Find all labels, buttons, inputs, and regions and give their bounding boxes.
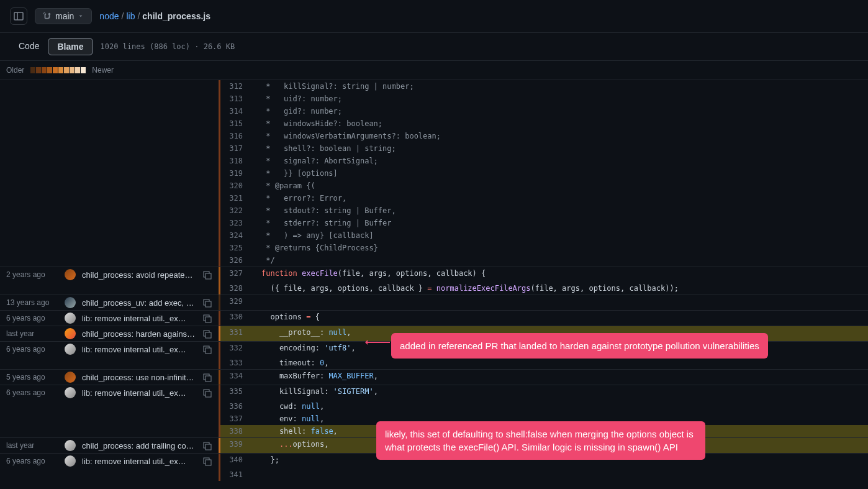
- versions-icon[interactable]: [202, 441, 212, 450]
- line-number[interactable]: 329: [220, 295, 251, 310]
- avatar[interactable]: [65, 372, 76, 383]
- commit-age: 6 years ago: [6, 457, 58, 465]
- versions-icon[interactable]: [202, 313, 212, 323]
- blame-row: 322 * stdout?: string | Buffer,: [0, 204, 868, 217]
- commit-message[interactable]: child_process: avoid repeated…: [82, 270, 196, 280]
- line-number[interactable]: 333: [220, 357, 251, 369]
- code-line[interactable]: * shell?: boolean | string;: [251, 142, 868, 155]
- commit-message[interactable]: child_process_uv: add exec, fi…: [82, 298, 196, 308]
- line-number[interactable]: 320: [220, 180, 251, 192]
- line-number[interactable]: 314: [220, 105, 251, 117]
- commit-message[interactable]: lib: remove internal util._ex…: [82, 345, 196, 354]
- avatar[interactable]: [65, 440, 76, 451]
- blame-row: 321 * error?: Error,: [0, 192, 868, 204]
- line-number[interactable]: 313: [220, 93, 251, 105]
- line-number[interactable]: 322: [220, 204, 251, 217]
- line-number[interactable]: 338: [220, 425, 251, 437]
- code-line[interactable]: options = {: [251, 311, 868, 326]
- versions-icon[interactable]: [202, 270, 212, 280]
- code-line[interactable]: killSignal: 'SIGTERM',: [251, 385, 868, 400]
- code-line[interactable]: * stdout?: string | Buffer,: [251, 204, 868, 217]
- line-number[interactable]: 325: [220, 242, 251, 254]
- code-line[interactable]: * }} [options]: [251, 167, 868, 180]
- svg-rect-17: [206, 444, 211, 450]
- code-line[interactable]: * @param {(: [251, 180, 868, 192]
- blame-area: 312 * killSignal?: string | number;313 *…: [0, 80, 868, 481]
- blame-row: 319 * }} [options]: [0, 167, 868, 180]
- annotation-bottom: likely, this set of defaulting to shell:…: [376, 421, 705, 460]
- code-line[interactable]: * error?: Error,: [251, 192, 868, 204]
- legend-older: Older: [6, 66, 24, 75]
- line-number[interactable]: 332: [220, 342, 251, 357]
- code-line[interactable]: * stderr?: string | Buffer: [251, 217, 868, 229]
- commit-message[interactable]: child_process: harden against…: [82, 329, 196, 339]
- line-number[interactable]: 330: [220, 311, 251, 326]
- line-number[interactable]: 336: [220, 400, 251, 413]
- code-line[interactable]: * ) => any} [callback]: [251, 229, 868, 242]
- blame-row: 313 * uid?: number;: [0, 93, 868, 105]
- code-line[interactable]: timeout: 0,: [251, 357, 868, 369]
- commit-message[interactable]: lib: remove internal util._ex…: [82, 314, 196, 323]
- versions-icon[interactable]: [202, 344, 212, 354]
- avatar[interactable]: [65, 344, 76, 355]
- line-number[interactable]: 319: [220, 167, 251, 180]
- line-number[interactable]: 340: [220, 454, 251, 468]
- commit-message[interactable]: child_process: add trailing co…: [82, 441, 196, 450]
- code-line[interactable]: cwd: null,: [251, 400, 868, 413]
- code-line[interactable]: * windowsHide?: boolean;: [251, 117, 868, 130]
- line-number[interactable]: 315: [220, 117, 251, 130]
- sidebar-toggle-icon[interactable]: [10, 7, 27, 25]
- avatar[interactable]: [65, 328, 76, 339]
- code-line[interactable]: * killSignal?: string | number;: [251, 80, 868, 93]
- code-line[interactable]: [251, 295, 868, 310]
- code-line[interactable]: maxBuffer: MAX_BUFFER,: [251, 370, 868, 385]
- line-number[interactable]: 316: [220, 130, 251, 142]
- line-number[interactable]: 321: [220, 192, 251, 204]
- code-line[interactable]: */: [251, 254, 868, 267]
- versions-icon[interactable]: [202, 372, 212, 382]
- avatar[interactable]: [65, 269, 76, 280]
- blame-row: 326 */: [0, 254, 868, 267]
- commit-message[interactable]: lib: remove internal util._ex…: [82, 388, 196, 398]
- code-line[interactable]: * @returns {ChildProcess}: [251, 242, 868, 254]
- line-number[interactable]: 328: [220, 282, 251, 295]
- line-number[interactable]: 341: [220, 468, 251, 481]
- code-line[interactable]: function execFile(file, args, options, c…: [251, 267, 868, 282]
- line-number[interactable]: 317: [220, 142, 251, 155]
- versions-icon[interactable]: [202, 456, 212, 466]
- commit-age: 6 years ago: [6, 314, 58, 322]
- avatar[interactable]: [65, 387, 76, 398]
- code-line[interactable]: * uid?: number;: [251, 93, 868, 105]
- avatar[interactable]: [65, 313, 76, 324]
- code-line[interactable]: * gid?: number;: [251, 105, 868, 117]
- line-number[interactable]: 312: [220, 80, 251, 93]
- avatar[interactable]: [65, 455, 76, 467]
- line-number[interactable]: 331: [220, 326, 251, 341]
- breadcrumb-root[interactable]: node: [99, 11, 119, 21]
- breadcrumb-folder[interactable]: lib: [126, 11, 135, 21]
- tab-code[interactable]: Code: [10, 38, 48, 55]
- code-line[interactable]: [251, 468, 868, 481]
- commit-message[interactable]: child_process: use non-infinit…: [82, 373, 196, 382]
- line-number[interactable]: 335: [220, 385, 251, 400]
- avatar[interactable]: [65, 297, 76, 308]
- versions-icon[interactable]: [202, 329, 212, 339]
- line-number[interactable]: 323: [220, 217, 251, 229]
- versions-icon[interactable]: [202, 298, 212, 308]
- tab-blame[interactable]: Blame: [48, 38, 93, 55]
- line-number[interactable]: 324: [220, 229, 251, 242]
- line-number[interactable]: 334: [220, 370, 251, 385]
- blame-row: 328 ({ file, args, options, callback } =…: [0, 282, 868, 295]
- branch-selector[interactable]: main: [35, 8, 92, 24]
- code-line[interactable]: ({ file, args, options, callback } = nor…: [251, 282, 868, 295]
- chevron-down-icon: [78, 13, 84, 19]
- line-number[interactable]: 337: [220, 413, 251, 425]
- versions-icon[interactable]: [202, 388, 212, 398]
- commit-message[interactable]: lib: remove internal util._ex…: [82, 457, 196, 466]
- line-number[interactable]: 339: [220, 438, 251, 453]
- line-number[interactable]: 318: [220, 155, 251, 167]
- line-number[interactable]: 327: [220, 267, 251, 282]
- line-number[interactable]: 326: [220, 254, 251, 267]
- code-line[interactable]: * windowsVerbatimArguments?: boolean;: [251, 130, 868, 142]
- code-line[interactable]: * signal?: AbortSignal;: [251, 155, 868, 167]
